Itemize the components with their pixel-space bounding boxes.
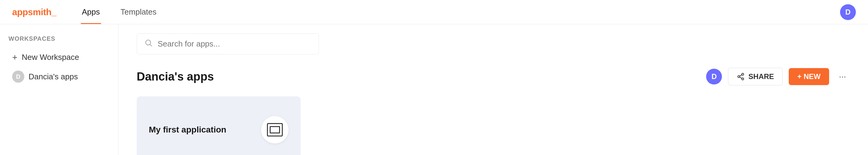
- svg-line-6: [740, 75, 742, 76]
- header-right: D: [840, 4, 856, 20]
- main-content: Dancia's apps D SHARE + NEW: [119, 24, 868, 155]
- svg-line-5: [740, 77, 742, 79]
- sidebar: WORKSPACES + New Workspace D Dancia's ap…: [0, 24, 119, 155]
- share-icon: [737, 73, 745, 81]
- workspace-avatar: D: [12, 70, 24, 83]
- search-input[interactable]: [158, 39, 311, 49]
- workspaces-section-label: WORKSPACES: [8, 35, 110, 42]
- svg-point-0: [146, 40, 151, 45]
- more-options-button[interactable]: ···: [835, 69, 850, 84]
- layout: WORKSPACES + New Workspace D Dancia's ap…: [0, 24, 868, 155]
- apps-grid: My first application: [137, 96, 850, 155]
- workspace-avatar-button[interactable]: D: [706, 69, 722, 85]
- tab-apps[interactable]: Apps: [81, 0, 101, 24]
- share-button[interactable]: SHARE: [728, 68, 783, 85]
- app-icon-placeholder: [261, 116, 288, 144]
- tab-templates[interactable]: Templates: [119, 0, 158, 24]
- plus-icon: +: [12, 53, 18, 62]
- search-bar[interactable]: [137, 33, 319, 54]
- new-button[interactable]: + NEW: [789, 68, 829, 85]
- avatar[interactable]: D: [840, 4, 856, 20]
- new-workspace-label: New Workspace: [22, 53, 79, 62]
- new-workspace-button[interactable]: + New Workspace: [8, 50, 110, 65]
- workspace-name: Dancia's apps: [29, 72, 78, 82]
- search-icon: [144, 39, 153, 49]
- workspace-title: Dancia's apps: [137, 70, 706, 83]
- app-name: My first application: [149, 124, 249, 135]
- workspace-actions: D SHARE + NEW ···: [706, 68, 850, 85]
- app-card[interactable]: My first application: [137, 96, 301, 155]
- logo: appsmith_: [12, 7, 57, 17]
- workspace-header: Dancia's apps D SHARE + NEW: [137, 68, 850, 85]
- app-image-icon: [267, 123, 283, 136]
- sidebar-item-dancias-apps[interactable]: D Dancia's apps: [8, 67, 110, 86]
- header: appsmith_ Apps Templates D: [0, 0, 868, 24]
- svg-line-1: [150, 44, 152, 46]
- nav-tabs: Apps Templates: [81, 0, 158, 24]
